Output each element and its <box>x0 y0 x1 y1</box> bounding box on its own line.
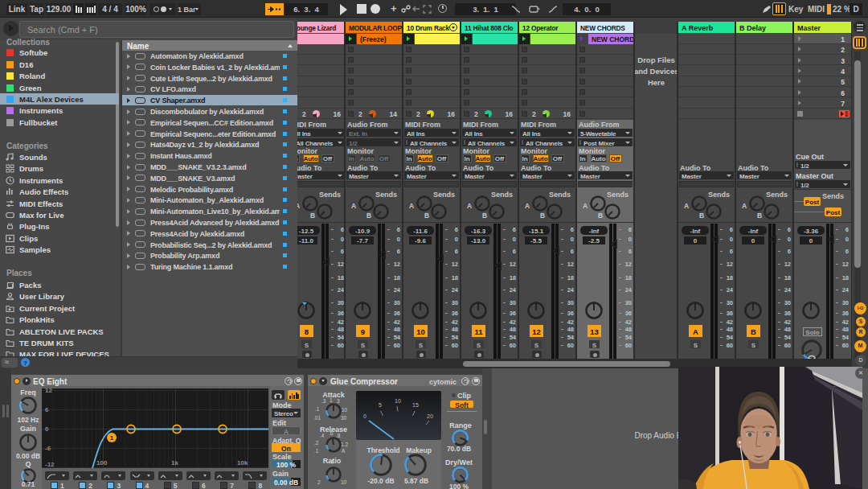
svg-text:1: 1 <box>110 434 114 442</box>
